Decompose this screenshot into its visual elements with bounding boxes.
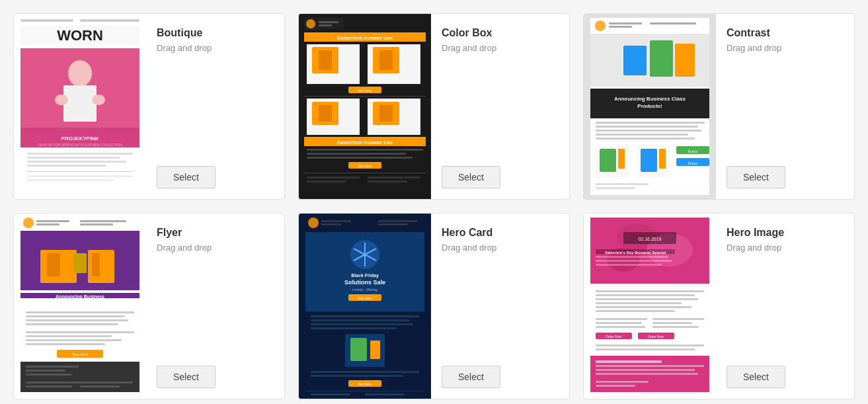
svg-text:Products!: Products! [637,103,662,109]
svg-rect-52 [368,177,420,179]
svg-rect-170 [652,326,699,328]
svg-rect-76 [641,149,657,172]
svg-rect-120 [321,223,341,225]
svg-rect-145 [311,393,350,395]
svg-rect-110 [26,366,79,368]
svg-rect-23 [319,21,338,23]
svg-rect-116 [80,385,120,387]
svg-text:Black Friday: Black Friday [351,273,379,278]
svg-rect-71 [596,138,695,140]
svg-rect-73 [600,149,616,172]
svg-rect-122 [378,223,408,225]
svg-rect-7 [63,85,97,122]
svg-text:Button: Button [688,149,698,153]
svg-rect-156 [596,256,668,258]
svg-rect-159 [596,290,704,292]
card-subtitle-flyer: Drag and drop [157,243,274,253]
card-colorbox: GeneriTech Summer Sale Buy Now [298,13,570,200]
svg-rect-83 [596,187,635,189]
card-subtitle-colorbox: Drag and drop [442,43,559,53]
svg-rect-46 [307,157,413,159]
svg-rect-61 [650,40,673,77]
svg-rect-16 [27,165,106,167]
svg-rect-111 [26,370,65,372]
thumbnail-herocard: Black Friday Solutions Sale Limited - Of… [299,214,431,399]
svg-text:Buy Now: Buy Now [358,164,372,168]
select-button-herocard[interactable]: Select [442,366,500,388]
svg-rect-139 [370,341,380,359]
svg-rect-106 [26,343,105,345]
svg-rect-180 [596,369,695,371]
svg-rect-63 [623,46,647,75]
select-button-flyer[interactable]: Select [157,366,216,388]
card-info-herocard: Hero Card Drag and drop Select [431,214,569,399]
card-subtitle-heroimage: Drag and drop [727,243,844,253]
select-button-colorbox[interactable]: Select [442,166,500,188]
select-button-heroimage[interactable]: Select [727,366,785,388]
svg-rect-92 [47,253,60,276]
svg-point-85 [23,218,34,228]
svg-rect-164 [596,310,675,312]
svg-rect-70 [596,134,688,136]
svg-rect-181 [596,373,698,375]
svg-rect-2 [80,19,139,22]
card-contrast: Announcing Business Class Products! Butt [583,13,855,200]
svg-text:Buy Now: Buy Now [358,89,372,93]
svg-rect-19 [27,179,113,181]
svg-text:GEAR UP FOR SPRING WITH OUR NE: GEAR UP FOR SPRING WITH OUR NEW COLLECTI… [38,143,122,147]
card-info-heroimage: Hero Image Drag and drop Select [716,214,854,399]
svg-point-56 [595,20,606,31]
svg-rect-163 [596,306,691,308]
svg-text:02.16.2019: 02.16.2019 [638,237,661,241]
svg-rect-182 [596,381,649,383]
svg-rect-158 [596,264,662,266]
svg-rect-59 [650,22,696,24]
svg-rect-140 [311,371,419,373]
svg-point-9 [92,95,105,105]
card-title-flyer: Flyer [157,227,274,239]
svg-rect-95 [92,253,100,276]
card-herocard: Black Friday Solutions Sale Limited - Of… [298,213,570,399]
svg-rect-13 [27,153,133,155]
svg-rect-178 [596,360,662,363]
svg-text:Valentine's Day Bouquet Specia: Valentine's Day Bouquet Special [605,251,666,255]
svg-rect-135 [311,323,413,325]
svg-rect-103 [26,331,134,333]
card-title-heroimage: Hero Image [727,227,844,239]
svg-rect-57 [609,22,642,24]
svg-rect-138 [350,338,367,361]
svg-rect-77 [659,149,666,169]
svg-rect-121 [378,220,418,222]
svg-text:Solutions Sale: Solutions Sale [344,279,385,286]
select-button-contrast[interactable]: Select [727,166,785,188]
svg-text:GeneriTech Summer Sale: GeneriTech Summer Sale [337,140,393,145]
svg-text:PROJEKTPINK: PROJEKTPINK [61,136,99,141]
svg-text:Class Products: Class Products [63,301,97,305]
card-title-herocard: Hero Card [442,227,559,239]
svg-text:Button: Button [688,161,698,165]
select-button-boutique[interactable]: Select [157,166,216,188]
svg-rect-175 [596,344,704,346]
svg-rect-45 [307,153,406,155]
svg-rect-134 [311,319,410,321]
svg-point-118 [308,218,319,228]
svg-rect-146 [365,393,405,395]
svg-rect-17 [27,171,133,172]
thumbnail-heroimage: 02.16.2019 Valentine's Day Bouquet Speci… [584,214,716,399]
card-heroimage: 02.16.2019 Valentine's Day Bouquet Speci… [583,213,855,399]
svg-rect-133 [311,315,419,317]
svg-rect-104 [26,335,112,337]
svg-rect-18 [27,175,133,177]
card-subtitle-boutique: Drag and drop [157,43,274,53]
svg-rect-183 [596,385,635,387]
svg-text:Announcing Business: Announcing Business [56,294,104,300]
card-subtitle-herocard: Drag and drop [442,243,559,253]
svg-rect-15 [27,161,126,163]
card-title-boutique: Boutique [157,27,274,39]
card-title-contrast: Contrast [727,27,844,39]
svg-rect-113 [26,382,85,384]
svg-rect-89 [80,223,113,225]
svg-rect-93 [73,253,87,273]
svg-rect-115 [80,382,133,384]
svg-rect-168 [652,318,704,320]
